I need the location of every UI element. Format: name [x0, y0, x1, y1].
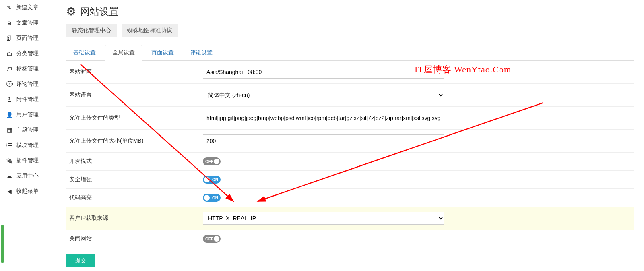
- sidebar-item-post-manage[interactable]: 🗎 文章管理: [0, 15, 56, 31]
- upload-size-label: 允许上传文件的大小(单位MB): [66, 137, 203, 145]
- folder-icon: 🗀: [6, 50, 13, 57]
- sidebar-item-attachment-manage[interactable]: 🗄 附件管理: [0, 92, 56, 107]
- attachment-icon: 🗄: [6, 96, 13, 103]
- chevron-left-icon: ◀: [6, 188, 13, 194]
- sidebar-item-new-post[interactable]: ✎ 新建文章: [0, 0, 56, 15]
- row-language: 网站语言 简体中文 (zh-cn): [66, 84, 634, 107]
- sidebar-item-theme-manage[interactable]: ▦ 主题管理: [0, 122, 56, 138]
- toggle-knob: [214, 159, 219, 164]
- upload-type-input[interactable]: [203, 112, 444, 124]
- cloud-icon: ☁: [6, 173, 13, 179]
- tab-basic[interactable]: 基础设置: [66, 45, 103, 60]
- dev-mode-toggle[interactable]: OFF: [203, 157, 221, 165]
- watermark-text: IT屋博客 WenYtao.Com: [415, 64, 511, 76]
- sidebar-item-label: 模块管理: [16, 142, 39, 149]
- upload-type-label: 允许上传文件的类型: [66, 114, 203, 122]
- row-dev-mode: 开发模式 OFF: [66, 153, 634, 171]
- sidebar-item-label: 附件管理: [16, 96, 39, 103]
- close-site-label: 关闭网站: [66, 235, 203, 242]
- sidebar-item-category-manage[interactable]: 🗀 分类管理: [0, 46, 56, 61]
- close-site-toggle[interactable]: OFF: [203, 235, 221, 243]
- language-label: 网站语言: [66, 91, 203, 99]
- sidebar-item-user-manage[interactable]: 👤 用户管理: [0, 107, 56, 122]
- module-icon: ⁝☰: [6, 142, 13, 149]
- sidebar-item-label: 收起菜单: [16, 188, 39, 195]
- sidebar-item-label: 评论管理: [16, 81, 39, 88]
- sidebar-item-label: 新建文章: [16, 4, 39, 11]
- sidebar-item-module-manage[interactable]: ⁝☰ 模块管理: [0, 138, 56, 153]
- sitemap-protocol-button[interactable]: 蜘蛛地图标准协议: [122, 24, 178, 37]
- page-icon: 🗐: [6, 35, 13, 41]
- tab-comment[interactable]: 评论设置: [183, 45, 220, 60]
- row-highlight: 代码高亮 ON: [66, 189, 634, 207]
- tab-page[interactable]: 页面设置: [144, 45, 181, 60]
- grid-icon: ▦: [6, 127, 13, 133]
- submit-button[interactable]: 提交: [66, 254, 95, 267]
- toggle-knob: [214, 236, 219, 242]
- sidebar-item-label: 分类管理: [16, 50, 39, 57]
- plugin-icon: 🔌: [6, 157, 13, 164]
- row-ip-source: 客户IP获取来源 HTTP_X_REAL_IP: [66, 207, 634, 230]
- sidebar-item-tag-manage[interactable]: 🏷 标签管理: [0, 61, 56, 77]
- submit-row: 提交: [66, 248, 634, 271]
- timezone-label: 网站时区: [66, 68, 203, 76]
- sidebar: ✎ 新建文章 🗎 文章管理 🗐 页面管理 🗀 分类管理 🏷 标签管理 💬 评论管…: [0, 0, 56, 271]
- sidebar-item-collapse-menu[interactable]: ◀ 收起菜单: [0, 184, 56, 199]
- row-upload-type: 允许上传文件的类型: [66, 107, 634, 130]
- sidebar-item-label: 页面管理: [16, 35, 39, 42]
- toggle-knob: [204, 195, 210, 201]
- ip-source-label: 客户IP获取来源: [66, 215, 203, 222]
- static-center-button[interactable]: 静态化管理中心: [66, 24, 117, 37]
- page-title: 网站设置: [80, 5, 119, 18]
- tab-global[interactable]: 全局设置: [105, 45, 142, 61]
- toggle-on-text: ON: [212, 196, 218, 200]
- sidebar-item-label: 标签管理: [16, 65, 39, 72]
- highlight-label: 代码高亮: [66, 194, 203, 201]
- toggle-on-text: ON: [212, 178, 218, 182]
- row-security: 安全增强 ON: [66, 171, 634, 189]
- sidebar-item-comment-manage[interactable]: 💬 评论管理: [0, 77, 56, 92]
- toggle-knob: [204, 177, 210, 182]
- language-select[interactable]: 简体中文 (zh-cn): [203, 89, 444, 101]
- speech-icon: 💬: [6, 81, 13, 87]
- sidebar-item-label: 主题管理: [16, 126, 39, 134]
- timezone-input[interactable]: [203, 66, 444, 79]
- sidebar-item-app-center[interactable]: ☁ 应用中心: [0, 168, 56, 184]
- sidebar-item-label: 插件管理: [16, 157, 39, 164]
- pencil-icon: ✎: [6, 4, 13, 11]
- security-label: 安全增强: [66, 176, 203, 183]
- row-close-site: 关闭网站 OFF: [66, 230, 634, 248]
- highlight-toggle[interactable]: ON: [203, 194, 221, 202]
- main-content: ⚙ 网站设置 静态化管理中心 蜘蛛地图标准协议 基础设置 全局设置 页面设置 评…: [56, 0, 644, 271]
- upload-size-input[interactable]: [203, 134, 444, 147]
- security-toggle[interactable]: ON: [203, 176, 221, 184]
- sidebar-item-label: 用户管理: [16, 111, 39, 118]
- ip-source-select[interactable]: HTTP_X_REAL_IP: [203, 212, 444, 225]
- toggle-off-text: OFF: [205, 159, 213, 164]
- scroll-indicator: [1, 225, 4, 263]
- sidebar-item-plugin-manage[interactable]: 🔌 插件管理: [0, 153, 56, 168]
- tag-icon: 🏷: [6, 66, 13, 72]
- page-header: ⚙ 网站设置: [66, 5, 634, 18]
- sidebar-item-label: 文章管理: [16, 19, 39, 27]
- row-upload-size: 允许上传文件的大小(单位MB): [66, 130, 634, 153]
- action-buttons: 静态化管理中心 蜘蛛地图标准协议: [66, 24, 634, 37]
- settings-form: 网站时区 网站语言 简体中文 (zh-cn) 允许上传文件的类型: [66, 61, 634, 271]
- document-icon: 🗎: [6, 20, 13, 26]
- settings-tabs: 基础设置 全局设置 页面设置 评论设置: [66, 45, 634, 61]
- toggle-off-text: OFF: [205, 237, 213, 241]
- gear-icon: ⚙: [66, 5, 76, 18]
- sidebar-item-label: 应用中心: [16, 172, 39, 180]
- dev-mode-label: 开发模式: [66, 158, 203, 165]
- row-timezone: 网站时区: [66, 61, 634, 84]
- sidebar-item-page-manage[interactable]: 🗐 页面管理: [0, 31, 56, 46]
- user-icon: 👤: [6, 112, 13, 118]
